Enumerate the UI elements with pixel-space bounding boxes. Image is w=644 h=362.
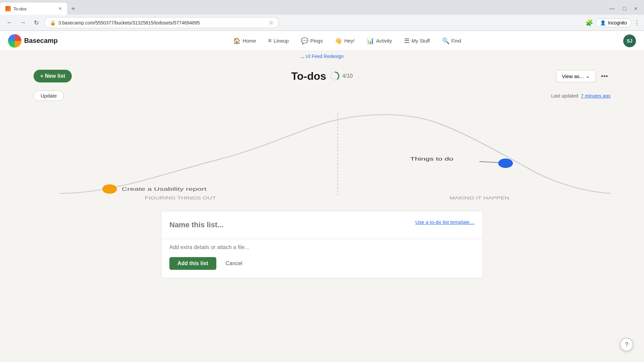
progress-indicator: 4/10 [330,71,353,81]
tab-favicon [5,6,11,11]
more-options-button[interactable]: ••• [598,70,610,82]
new-tab-button[interactable]: + [68,4,78,13]
secure-icon: 🔒 [50,20,56,25]
app: Basecamp 🏠 Home ≡ Lineup 💬 Pings 👋 Hey! … [0,31,644,362]
address-bar[interactable]: 🔒 3.basecamp.com/5550377/buckets/3132581… [44,17,279,28]
form-section: Use a to-do list template… Add this list… [161,211,483,278]
hey-label: Hey! [344,38,355,44]
chart-label-2: Things to do [410,156,453,162]
header-actions: View as... ⌄ ••• [556,70,610,82]
address-text: 3.basecamp.com/5550377/buckets/31325815/… [58,20,266,25]
update-button[interactable]: Update [34,90,64,101]
page-header: + New list To-dos 4/10 View as... ⌄ ••• [34,70,610,82]
toolbar-right: 🧩 👤 Incognito ⋮ [586,18,640,27]
chart-axis-left: FIGURING THINGS OUT [145,196,216,200]
my-stuff-label: My Stuff [412,38,430,44]
hill-chart-svg: Create a Usability report Things to do F… [34,106,610,200]
scroll-hint-link[interactable]: UI Feed Redesign [306,54,343,59]
hey-icon: 👋 [335,37,342,45]
progress-text: 4/10 [342,73,353,79]
view-as-button[interactable]: View as... ⌄ [556,70,596,82]
nav-find[interactable]: 🔍 Find [437,35,467,47]
svg-line-3 [479,162,499,163]
forward-button[interactable]: → [17,17,28,28]
list-details-input[interactable] [169,244,475,250]
find-label: Find [451,38,461,44]
tab-title: To-dos [13,6,56,11]
maximize-button[interactable]: □ [620,4,629,13]
last-updated: Last updated 7 minutes ago [551,93,610,99]
list-name-input[interactable] [169,219,383,231]
find-icon: 🔍 [442,37,449,45]
active-tab: To-dos × [0,3,67,15]
bookmark-icon[interactable]: ☆ [269,19,273,26]
new-list-button[interactable]: + New list [34,70,72,82]
scroll-hint: ... UI Feed Redesign [0,51,644,62]
user-avatar[interactable]: SJ [623,35,636,47]
chart-point-2[interactable] [498,159,513,168]
view-as-chevron-icon: ⌄ [586,73,590,79]
pings-icon: 💬 [301,37,308,45]
browser-toolbar: ← → ↻ 🔒 3.basecamp.com/5550377/buckets/3… [0,15,644,31]
template-link[interactable]: Use a to-do list template… [415,219,475,225]
home-icon: 🏠 [233,37,240,45]
profile-icon: 👤 [600,20,606,25]
chart-section: Update Last updated 7 minutes ago Create… [34,90,610,200]
close-window-button[interactable]: × [632,4,640,13]
incognito-label: Incognito [608,20,627,25]
pings-label: Pings [310,38,323,44]
nav-hey[interactable]: 👋 Hey! [329,35,360,47]
view-as-label: View as... [562,73,584,79]
chart-label-1: Create a Usability report [122,186,207,192]
brand: Basecamp [8,34,58,48]
browser-menu-button[interactable]: ⋮ [634,19,640,26]
nav-home[interactable]: 🏠 Home [228,35,261,47]
window-controls: — □ × [607,4,644,13]
page-title: To-dos [291,70,326,82]
brand-name: Basecamp [24,37,58,45]
help-button[interactable]: ? [620,338,633,351]
close-tab-button[interactable]: × [59,6,62,12]
chart-header: Update Last updated 7 minutes ago [34,90,610,101]
activity-label: Activity [376,38,392,44]
minimize-button[interactable]: — [607,4,618,13]
brand-logo [8,34,21,48]
top-nav: Basecamp 🏠 Home ≡ Lineup 💬 Pings 👋 Hey! … [0,31,644,51]
nav-links: 🏠 Home ≡ Lineup 💬 Pings 👋 Hey! 📊 Activit… [71,35,623,47]
last-updated-link[interactable]: 7 minutes ago [581,93,610,99]
extensions-icon[interactable]: 🧩 [586,19,593,26]
progress-circle [330,71,340,81]
cancel-button[interactable]: Cancel [220,257,248,270]
nav-lineup[interactable]: ≡ Lineup [263,35,294,47]
form-actions: Add this list Cancel [169,257,475,270]
back-button[interactable]: ← [4,17,15,28]
chart-point-1[interactable] [102,184,117,194]
browser-chrome: To-dos × + — □ × ← → ↻ 🔒 3.basecamp.com/… [0,0,644,31]
page-title-center: To-dos 4/10 [291,70,353,82]
nav-my-stuff[interactable]: ☰ My Stuff [399,35,435,47]
activity-icon: 📊 [367,37,374,45]
last-updated-text: Last updated [551,93,578,99]
add-list-button[interactable]: Add this list [169,257,216,270]
lineup-icon: ≡ [268,37,272,44]
nav-pings[interactable]: 💬 Pings [296,35,328,47]
hill-chart: Create a Usability report Things to do F… [34,106,610,200]
profile-button[interactable]: 👤 Incognito [596,18,631,27]
browser-tab-bar: To-dos × + — □ × [0,0,644,15]
home-label: Home [243,38,256,44]
my-stuff-icon: ☰ [404,37,410,45]
content-area: + New list To-dos 4/10 View as... ⌄ ••• [0,62,644,362]
nav-activity[interactable]: 📊 Activity [361,35,397,47]
lineup-label: Lineup [274,38,289,44]
chart-axis-right: MAKING IT HAPPEN [449,196,509,200]
refresh-button[interactable]: ↻ [31,17,42,28]
